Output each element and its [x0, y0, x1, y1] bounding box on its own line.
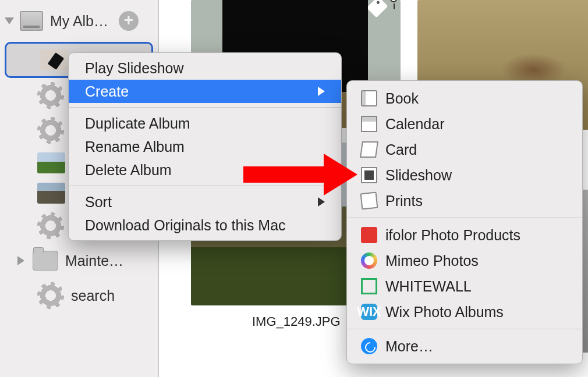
menu-separator: [69, 107, 341, 108]
menu-item-label: Sort: [85, 194, 112, 211]
submenu-item-calendar[interactable]: Calendar: [347, 111, 582, 137]
menu-item-label: Prints: [385, 193, 423, 209]
submenu-item-slideshow[interactable]: Slideshow: [347, 162, 582, 188]
ifolor-icon: [361, 227, 377, 243]
sidebar-item-search[interactable]: search: [0, 278, 158, 313]
menu-separator: [347, 218, 582, 218]
menu-item-sort[interactable]: Sort: [69, 190, 341, 214]
prints-icon: [360, 192, 378, 210]
submenu-item-wix[interactable]: Wix Photo Albums: [347, 299, 582, 325]
menu-item-label: Card: [385, 141, 417, 158]
menu-item-create[interactable]: Create: [69, 80, 341, 103]
submenu-item-ifolor[interactable]: ifolor Photo Products: [347, 222, 582, 248]
album-thumbnail: [37, 152, 65, 173]
menu-item-duplicate-album[interactable]: Duplicate Album: [69, 112, 341, 135]
submenu-item-more[interactable]: More…: [347, 333, 582, 359]
menu-item-label: Download Originals to this Mac: [85, 217, 286, 234]
sidebar-item-maintenance[interactable]: Mainte…: [0, 243, 158, 278]
keyword-tag-icon[interactable]: [367, 0, 388, 17]
submenu-item-book[interactable]: Book: [347, 86, 582, 111]
mimeo-icon: [361, 252, 377, 269]
sidebar-header-my-albums[interactable]: My Alb…: [0, 3, 158, 38]
menu-item-label: Play Slideshow: [85, 60, 184, 77]
album-thumbnail: [40, 49, 68, 70]
book-icon: [361, 90, 377, 106]
sidebar-header-label: My Alb…: [50, 13, 108, 30]
context-menu: Play Slideshow Create Duplicate Album Re…: [68, 52, 342, 241]
calendar-icon: [361, 116, 377, 132]
folder-icon: [33, 251, 58, 271]
photo-caption: IMG_1249.JPG: [252, 314, 341, 329]
menu-item-play-slideshow[interactable]: Play Slideshow: [69, 56, 341, 80]
menu-item-label: Delete Album: [85, 162, 172, 179]
sidebar-item-label: Mainte…: [65, 252, 123, 269]
menu-item-label: Wix Photo Albums: [385, 304, 504, 321]
submenu-arrow-icon: [318, 87, 325, 96]
gear-icon: [37, 117, 64, 144]
whitewall-icon: [361, 278, 377, 294]
menu-item-label: Rename Album: [85, 138, 185, 155]
gear-icon: [37, 212, 64, 239]
submenu-item-prints[interactable]: Prints: [347, 188, 582, 214]
app-store-icon: [361, 338, 377, 354]
menu-item-delete-album[interactable]: Delete Album: [69, 158, 341, 182]
submenu-create: Book Calendar Card Slideshow Prints ifol…: [346, 80, 583, 364]
add-album-button[interactable]: [119, 11, 139, 31]
menu-item-label: More…: [385, 338, 433, 355]
sidebar-item-label: search: [71, 287, 115, 304]
album-stack-icon: [20, 11, 43, 31]
gear-icon: [37, 82, 64, 109]
gear-icon: [37, 282, 64, 309]
menu-item-label: Create: [85, 83, 129, 100]
menu-item-download-originals[interactable]: Download Originals to this Mac: [69, 214, 341, 237]
menu-item-label: Slideshow: [385, 167, 452, 184]
menu-item-label: Calendar: [385, 116, 444, 133]
menu-item-label: Mimeo Photos: [385, 252, 479, 269]
menu-separator: [347, 329, 582, 329]
album-thumbnail: [37, 183, 65, 204]
wix-icon: [361, 304, 377, 320]
menu-item-label: WHITEWALL: [385, 278, 472, 295]
submenu-item-mimeo[interactable]: Mimeo Photos: [347, 248, 582, 273]
menu-item-label: ifolor Photo Products: [385, 227, 520, 244]
submenu-arrow-icon: [318, 197, 325, 207]
menu-item-label: Duplicate Album: [85, 115, 190, 132]
card-icon: [360, 141, 378, 158]
submenu-item-whitewall[interactable]: WHITEWALL: [347, 273, 582, 299]
location-pin-icon[interactable]: [390, 0, 397, 2]
menu-item-rename-album[interactable]: Rename Album: [69, 135, 341, 158]
menu-separator: [69, 186, 341, 186]
slideshow-icon: [361, 167, 377, 183]
disclosure-triangle-icon[interactable]: [5, 17, 14, 24]
disclosure-triangle-icon[interactable]: [17, 256, 24, 265]
submenu-item-card[interactable]: Card: [347, 137, 582, 162]
menu-item-label: Book: [385, 90, 419, 107]
